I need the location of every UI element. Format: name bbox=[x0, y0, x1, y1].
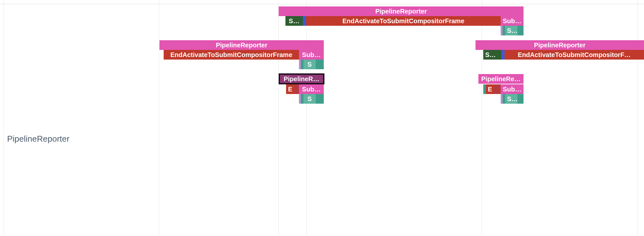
trace-viewport[interactable]: PipelineReporter PipelineReporter S… End… bbox=[0, 0, 644, 236]
top-rule bbox=[0, 4, 644, 4]
slice-submit[interactable]: Sub… bbox=[299, 84, 324, 94]
slice-end-activate[interactable]: EndActivateToSubmitCompositorF… bbox=[505, 50, 644, 60]
slice-submit[interactable]: Sub… bbox=[501, 84, 524, 94]
slice-end-activate-short[interactable]: E bbox=[486, 84, 494, 94]
track-label: PipelineReporter bbox=[7, 134, 70, 144]
slice-end-activate-short[interactable]: E bbox=[286, 84, 294, 94]
slice-pipeline-reporter[interactable]: PipelineReporter bbox=[159, 40, 324, 50]
gridline bbox=[278, 0, 279, 236]
slice-s[interactable]: S bbox=[303, 60, 316, 69]
slice-s[interactable]: S… bbox=[505, 94, 517, 104]
slice-segment[interactable] bbox=[517, 26, 524, 35]
gridline bbox=[4, 0, 4, 236]
slice-end-activate[interactable]: EndActivateToSubmitCompositorFrame bbox=[164, 50, 299, 60]
slice-submit[interactable]: Sub… bbox=[299, 50, 324, 60]
gridline bbox=[159, 0, 159, 236]
slice-segment[interactable] bbox=[517, 94, 524, 104]
slice-s[interactable]: S bbox=[303, 94, 316, 104]
slice-s[interactable]: S… bbox=[505, 26, 517, 35]
slice-send-begin-frame[interactable]: Se… bbox=[483, 50, 501, 60]
slice-segment[interactable] bbox=[316, 94, 324, 104]
slice-end-activate[interactable]: EndActivateToSubmitCompositorFrame bbox=[306, 16, 501, 26]
slice-submit[interactable]: Sub… bbox=[501, 16, 524, 26]
slice-segment[interactable] bbox=[294, 84, 299, 94]
slice-pipeline-reporter[interactable]: PipelineReporter bbox=[279, 6, 524, 16]
gridline bbox=[306, 0, 307, 236]
gridline bbox=[482, 0, 482, 236]
slice-send-begin-frame[interactable]: S… bbox=[285, 16, 303, 26]
gridline bbox=[638, 0, 638, 236]
slice-pipeline-reporter[interactable]: PipelineRe… bbox=[478, 74, 524, 84]
slice-pipeline-reporter[interactable]: PipelineReporter bbox=[476, 40, 644, 50]
slice-segment[interactable] bbox=[494, 84, 501, 94]
slice-segment[interactable] bbox=[316, 60, 324, 69]
slice-pipeline-reporter-selected[interactable]: PipelineR… bbox=[279, 74, 324, 84]
